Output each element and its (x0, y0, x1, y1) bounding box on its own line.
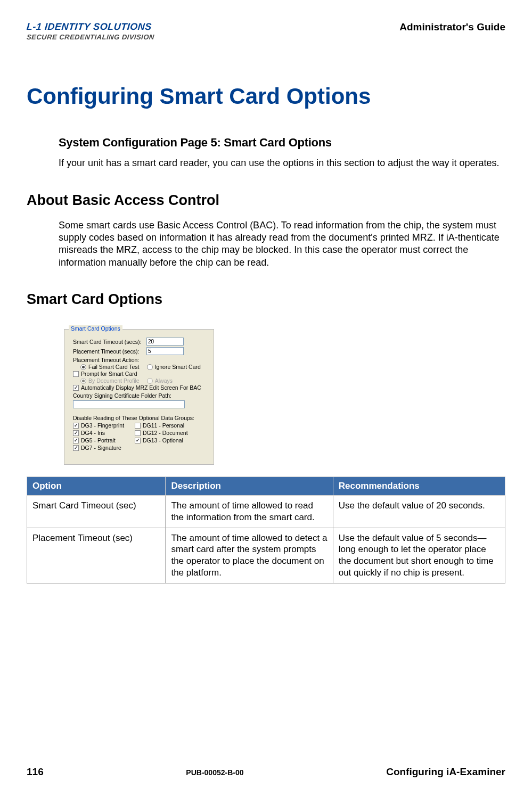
timeout-label: Smart Card Timeout (secs): (73, 339, 146, 345)
cell-option: Placement Timeout (sec) (27, 528, 166, 583)
table-row: Placement Timeout (sec) The amount of ti… (27, 528, 505, 583)
radio-by-document-profile (80, 378, 86, 384)
checkbox-dg11[interactable] (135, 423, 141, 429)
page-header: L-1 IDENTITY SOLUTIONS SECURE CREDENTIAL… (27, 21, 505, 41)
checkbox-dg5[interactable] (73, 438, 79, 443)
radio-ignore-label: Ignore Smart Card (155, 364, 201, 370)
cell-description: The amount of time allowed to detect a s… (166, 528, 333, 583)
logo-line-2: SECURE CREDENTIALING DIVISION (26, 33, 154, 42)
checkbox-dg3[interactable] (73, 423, 79, 429)
dg11-label: DG11 - Personal (143, 422, 184, 429)
section-body-sysconfig: If your unit has a smart card reader, yo… (59, 157, 500, 169)
smart-card-options-panel: Smart Card Options Smart Card Timeout (s… (64, 329, 214, 465)
page-number: 116 (27, 766, 44, 778)
dg5-label: DG5 - Portrait (81, 437, 116, 443)
table-row: Smart Card Timeout (sec) The amount of t… (27, 496, 505, 528)
footer-title: Configuring iA-Examiner (386, 766, 505, 778)
panel-legend: Smart Card Options (69, 325, 122, 332)
checkbox-dg4[interactable] (73, 430, 79, 436)
publication-id: PUB-00052-B-00 (186, 768, 243, 777)
dg3-label: DG3 - Fingerprint (81, 422, 124, 429)
section-heading-bac: About Basic Access Control (27, 192, 505, 209)
cell-description: The amount of time allowed to read the i… (166, 496, 333, 528)
radio-always (147, 378, 153, 384)
checkbox-auto-mrz[interactable] (73, 385, 79, 391)
table-header-recommendations: Recommendations (333, 477, 505, 496)
section-heading-options: Smart Card Options (27, 291, 505, 308)
checkbox-dg12[interactable] (135, 430, 141, 436)
radio-fail-label: Fail Smart Card Test (88, 364, 140, 370)
logo: L-1 IDENTITY SOLUTIONS SECURE CREDENTIAL… (27, 21, 154, 41)
dg7-label: DG7 - Signature (81, 445, 121, 451)
radio-always-label: Always (155, 377, 173, 384)
auto-mrz-label: Automatically Display MRZ Edit Screen Fo… (81, 384, 201, 391)
cert-path-label: Country Signing Certificate Folder Path: (73, 392, 171, 399)
page-title: Configuring Smart Card Options (27, 84, 505, 109)
table-header-option: Option (27, 477, 166, 496)
cert-path-input[interactable] (73, 400, 185, 408)
table-header-description: Description (166, 477, 333, 496)
prompt-label: Prompt for Smart Card (81, 371, 137, 377)
placement-timeout-input[interactable] (146, 347, 184, 355)
checkbox-dg13[interactable] (135, 438, 141, 443)
page-footer: 116 PUB-00052-B-00 Configuring iA-Examin… (27, 766, 505, 778)
placement-timeout-label: Placement Timeout (secs): (73, 348, 146, 355)
dg4-label: DG4 - Iris (81, 430, 105, 436)
cell-recommendations: Use the default value of 5 seconds— long… (333, 528, 505, 583)
placement-action-label: Placement Timeout Action: (73, 357, 139, 363)
radio-ignore-smart-card[interactable] (147, 364, 153, 370)
checkbox-prompt-smartcard[interactable] (73, 371, 79, 377)
guide-title: Administrator's Guide (399, 21, 505, 33)
options-table: Option Description Recommendations Smart… (27, 476, 505, 584)
checkbox-dg7[interactable] (73, 445, 79, 451)
dg-heading: Disable Reading of These Optional Data G… (73, 415, 194, 421)
dg12-label: DG12 - Document (143, 430, 188, 436)
radio-fail-smart-card[interactable] (80, 364, 86, 370)
section-heading-sysconfig: System Configuration Page 5: Smart Card … (59, 136, 500, 150)
radio-profile-label: By Document Profile (88, 377, 140, 384)
cell-option: Smart Card Timeout (sec) (27, 496, 166, 528)
logo-line-1: L-1 IDENTITY SOLUTIONS (26, 21, 155, 33)
smart-card-timeout-input[interactable] (146, 338, 184, 346)
dg13-label: DG13 - Optional (143, 437, 183, 443)
cell-recommendations: Use the default value of 20 seconds. (333, 496, 505, 528)
section-body-bac: Some smart cards use Basic Access Contro… (59, 219, 500, 269)
